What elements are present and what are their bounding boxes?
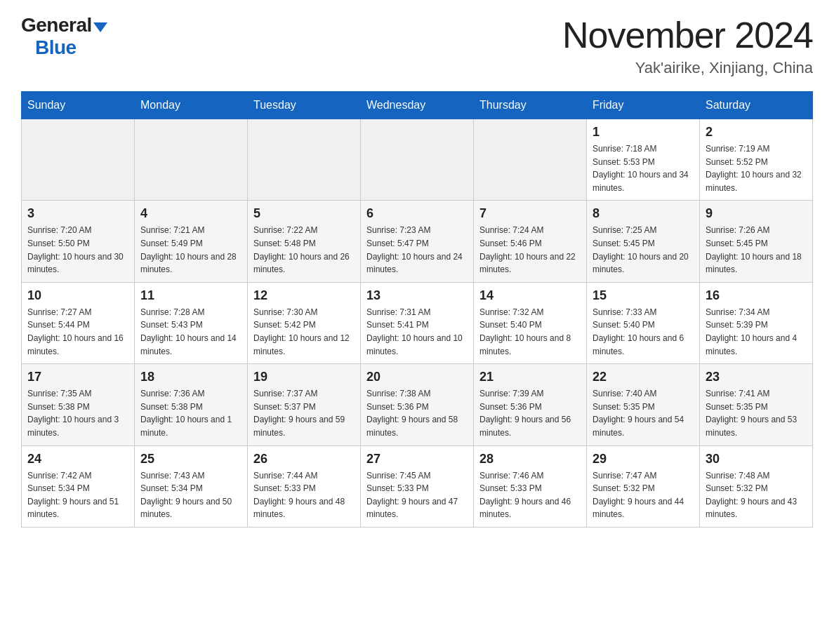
sun-info: Sunrise: 7:20 AMSunset: 5:50 PMDaylight:… — [27, 224, 128, 276]
calendar-cell — [361, 119, 474, 201]
logo-blue-row: Blue — [21, 36, 77, 59]
sun-info: Sunrise: 7:36 AMSunset: 5:38 PMDaylight:… — [140, 387, 241, 439]
calendar-week-5: 24Sunrise: 7:42 AMSunset: 5:34 PMDayligh… — [22, 445, 813, 527]
calendar-cell: 10Sunrise: 7:27 AMSunset: 5:44 PMDayligh… — [22, 282, 135, 363]
calendar-week-2: 3Sunrise: 7:20 AMSunset: 5:50 PMDaylight… — [22, 201, 813, 282]
sun-info: Sunrise: 7:27 AMSunset: 5:44 PMDaylight:… — [27, 306, 128, 358]
day-number: 4 — [140, 206, 241, 221]
page-header: General Blue November 2024 Yak'airike, X… — [21, 14, 813, 77]
sun-info: Sunrise: 7:18 AMSunset: 5:53 PMDaylight:… — [593, 142, 694, 194]
calendar-cell: 9Sunrise: 7:26 AMSunset: 5:45 PMDaylight… — [700, 201, 813, 282]
weekday-header-friday: Friday — [587, 92, 700, 119]
sun-info: Sunrise: 7:46 AMSunset: 5:33 PMDaylight:… — [479, 469, 581, 521]
sun-info: Sunrise: 7:42 AMSunset: 5:34 PMDaylight:… — [27, 469, 128, 521]
calendar-cell: 18Sunrise: 7:36 AMSunset: 5:38 PMDayligh… — [135, 364, 248, 445]
calendar-cell: 24Sunrise: 7:42 AMSunset: 5:34 PMDayligh… — [22, 445, 135, 527]
day-number: 10 — [27, 288, 128, 303]
logo-general-row: General — [21, 14, 107, 36]
weekday-header-monday: Monday — [135, 92, 248, 119]
weekday-header-saturday: Saturday — [700, 92, 813, 119]
day-number: 20 — [366, 370, 468, 384]
weekday-header-row: SundayMondayTuesdayWednesdayThursdayFrid… — [22, 92, 813, 119]
calendar-cell: 15Sunrise: 7:33 AMSunset: 5:40 PMDayligh… — [587, 282, 700, 363]
calendar-cell: 3Sunrise: 7:20 AMSunset: 5:50 PMDaylight… — [22, 201, 135, 282]
logo-general-text: General — [21, 14, 92, 36]
calendar-cell: 26Sunrise: 7:44 AMSunset: 5:33 PMDayligh… — [248, 445, 361, 527]
weekday-header-tuesday: Tuesday — [248, 92, 361, 119]
sun-info: Sunrise: 7:35 AMSunset: 5:38 PMDaylight:… — [27, 387, 128, 439]
calendar-cell: 13Sunrise: 7:31 AMSunset: 5:41 PMDayligh… — [361, 282, 474, 363]
day-number: 8 — [593, 206, 694, 221]
logo-triangle-icon — [93, 22, 107, 32]
day-number: 26 — [253, 452, 355, 467]
weekday-header-thursday: Thursday — [474, 92, 587, 119]
day-number: 9 — [706, 206, 807, 221]
sun-info: Sunrise: 7:41 AMSunset: 5:35 PMDaylight:… — [706, 387, 807, 439]
day-number: 15 — [593, 288, 694, 303]
sun-info: Sunrise: 7:43 AMSunset: 5:34 PMDaylight:… — [140, 469, 241, 521]
sun-info: Sunrise: 7:21 AMSunset: 5:49 PMDaylight:… — [140, 224, 241, 276]
calendar-table: SundayMondayTuesdayWednesdayThursdayFrid… — [21, 91, 813, 528]
day-number: 23 — [706, 370, 807, 384]
calendar-week-1: 1Sunrise: 7:18 AMSunset: 5:53 PMDaylight… — [22, 119, 813, 201]
calendar-cell: 28Sunrise: 7:46 AMSunset: 5:33 PMDayligh… — [474, 445, 587, 527]
day-number: 7 — [479, 206, 581, 221]
sun-info: Sunrise: 7:30 AMSunset: 5:42 PMDaylight:… — [253, 306, 355, 358]
day-number: 21 — [479, 370, 581, 384]
day-number: 25 — [140, 452, 241, 467]
sun-info: Sunrise: 7:38 AMSunset: 5:36 PMDaylight:… — [366, 387, 468, 439]
day-number: 29 — [593, 452, 694, 467]
calendar-cell: 17Sunrise: 7:35 AMSunset: 5:38 PMDayligh… — [22, 364, 135, 445]
day-number: 3 — [27, 206, 128, 221]
location-text: Yak'airike, Xinjiang, China — [562, 59, 813, 77]
day-number: 27 — [366, 452, 468, 467]
sun-info: Sunrise: 7:45 AMSunset: 5:33 PMDaylight:… — [366, 469, 468, 521]
logo-blue-text: Blue — [21, 36, 77, 58]
calendar-cell: 23Sunrise: 7:41 AMSunset: 5:35 PMDayligh… — [700, 364, 813, 445]
sun-info: Sunrise: 7:24 AMSunset: 5:46 PMDaylight:… — [479, 224, 581, 276]
month-title: November 2024 — [562, 14, 813, 56]
calendar-cell — [135, 119, 248, 201]
calendar-cell — [248, 119, 361, 201]
day-number: 11 — [140, 288, 241, 303]
calendar-cell: 22Sunrise: 7:40 AMSunset: 5:35 PMDayligh… — [587, 364, 700, 445]
calendar-week-4: 17Sunrise: 7:35 AMSunset: 5:38 PMDayligh… — [22, 364, 813, 445]
calendar-cell: 27Sunrise: 7:45 AMSunset: 5:33 PMDayligh… — [361, 445, 474, 527]
sun-info: Sunrise: 7:40 AMSunset: 5:35 PMDaylight:… — [593, 387, 694, 439]
sun-info: Sunrise: 7:23 AMSunset: 5:47 PMDaylight:… — [366, 224, 468, 276]
calendar-cell: 1Sunrise: 7:18 AMSunset: 5:53 PMDaylight… — [587, 119, 700, 201]
sun-info: Sunrise: 7:37 AMSunset: 5:37 PMDaylight:… — [253, 387, 355, 439]
sun-info: Sunrise: 7:19 AMSunset: 5:52 PMDaylight:… — [706, 142, 807, 194]
logo: General Blue — [21, 14, 107, 59]
calendar-cell: 5Sunrise: 7:22 AMSunset: 5:48 PMDaylight… — [248, 201, 361, 282]
sun-info: Sunrise: 7:31 AMSunset: 5:41 PMDaylight:… — [366, 306, 468, 358]
day-number: 12 — [253, 288, 355, 303]
calendar-cell: 25Sunrise: 7:43 AMSunset: 5:34 PMDayligh… — [135, 445, 248, 527]
calendar-cell — [22, 119, 135, 201]
calendar-cell: 21Sunrise: 7:39 AMSunset: 5:36 PMDayligh… — [474, 364, 587, 445]
sun-info: Sunrise: 7:28 AMSunset: 5:43 PMDaylight:… — [140, 306, 241, 358]
calendar-cell: 6Sunrise: 7:23 AMSunset: 5:47 PMDaylight… — [361, 201, 474, 282]
day-number: 6 — [366, 206, 468, 221]
weekday-header-sunday: Sunday — [22, 92, 135, 119]
calendar-cell: 20Sunrise: 7:38 AMSunset: 5:36 PMDayligh… — [361, 364, 474, 445]
weekday-header-wednesday: Wednesday — [361, 92, 474, 119]
sun-info: Sunrise: 7:34 AMSunset: 5:39 PMDaylight:… — [706, 306, 807, 358]
calendar-cell: 30Sunrise: 7:48 AMSunset: 5:32 PMDayligh… — [700, 445, 813, 527]
sun-info: Sunrise: 7:25 AMSunset: 5:45 PMDaylight:… — [593, 224, 694, 276]
day-number: 30 — [706, 452, 807, 467]
calendar-week-3: 10Sunrise: 7:27 AMSunset: 5:44 PMDayligh… — [22, 282, 813, 363]
sun-info: Sunrise: 7:44 AMSunset: 5:33 PMDaylight:… — [253, 469, 355, 521]
sun-info: Sunrise: 7:39 AMSunset: 5:36 PMDaylight:… — [479, 387, 581, 439]
calendar-cell: 4Sunrise: 7:21 AMSunset: 5:49 PMDaylight… — [135, 201, 248, 282]
title-area: November 2024 Yak'airike, Xinjiang, Chin… — [562, 14, 813, 77]
sun-info: Sunrise: 7:47 AMSunset: 5:32 PMDaylight:… — [593, 469, 694, 521]
sun-info: Sunrise: 7:32 AMSunset: 5:40 PMDaylight:… — [479, 306, 581, 358]
calendar-cell: 12Sunrise: 7:30 AMSunset: 5:42 PMDayligh… — [248, 282, 361, 363]
day-number: 1 — [593, 125, 694, 140]
day-number: 16 — [706, 288, 807, 303]
day-number: 19 — [253, 370, 355, 384]
day-number: 22 — [593, 370, 694, 384]
sun-info: Sunrise: 7:33 AMSunset: 5:40 PMDaylight:… — [593, 306, 694, 358]
calendar-cell: 7Sunrise: 7:24 AMSunset: 5:46 PMDaylight… — [474, 201, 587, 282]
